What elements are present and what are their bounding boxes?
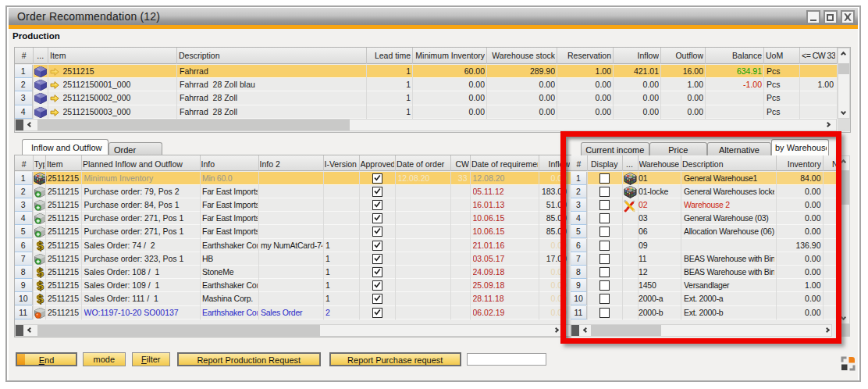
svg-text:$: $ — [36, 240, 44, 252]
svg-text:$: $ — [36, 293, 44, 305]
svg-text:$: $ — [36, 266, 44, 279]
svg-text:$: $ — [36, 280, 44, 292]
